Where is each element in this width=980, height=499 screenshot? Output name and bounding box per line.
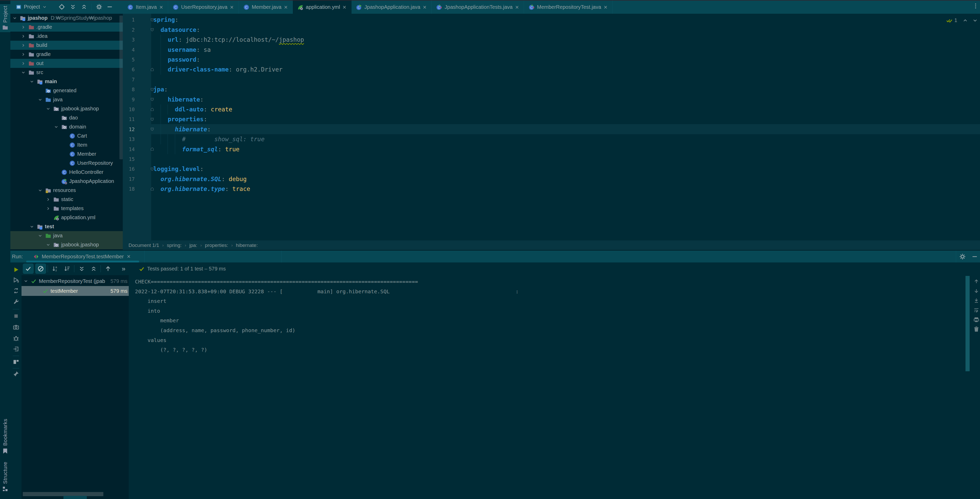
tree-item-static[interactable]: static	[10, 195, 123, 204]
fold-marker-start[interactable]	[150, 94, 155, 104]
locate-file-icon[interactable]	[59, 4, 65, 10]
tree-item-member[interactable]: CMember	[10, 150, 123, 159]
tree-chevron[interactable]	[23, 279, 29, 284]
test-node-memberrepositorytest-jpab[interactable]: MemberRepositoryTest (jpab579 ms	[22, 276, 129, 286]
scroll-to-end-icon[interactable]	[973, 297, 980, 304]
tree-chevron[interactable]	[29, 224, 35, 229]
show-ignored[interactable]	[35, 263, 46, 274]
console-scrollbar[interactable]	[966, 276, 970, 371]
tab-close[interactable]: ×	[343, 4, 346, 10]
tree-item-application-yml[interactable]: application.yml	[10, 213, 123, 222]
navigate-previous[interactable]	[103, 263, 113, 274]
tree-chevron[interactable]	[21, 70, 26, 75]
run-console[interactable]: CHECK===================================…	[129, 275, 980, 499]
tree-item-jpashop[interactable]: jpashopD:₩SpringStudy₩jpashop	[10, 13, 123, 22]
attach-debugger[interactable]	[13, 335, 20, 342]
tree-chevron[interactable]	[21, 43, 26, 48]
editor-tab-jpashopapplicationtests-java[interactable]: CJpashopApplicationTests.java×	[431, 0, 524, 14]
print-icon[interactable]	[973, 317, 980, 323]
tree-item-test[interactable]: test	[10, 222, 123, 231]
tree-item-generated[interactable]: generated	[10, 86, 123, 95]
clear-all-icon[interactable]	[973, 326, 980, 332]
fold-marker-end[interactable]	[150, 64, 155, 74]
rerun[interactable]	[13, 266, 20, 273]
prev-problem-icon[interactable]	[963, 18, 968, 23]
tree-item-jpabook-jpashop[interactable]: jpabook.jpashop	[10, 240, 123, 249]
tree-chevron[interactable]	[29, 79, 35, 84]
open-results[interactable]	[13, 345, 20, 352]
expand-all-icon[interactable]	[70, 4, 76, 10]
tree-item-java[interactable]: java	[10, 95, 123, 104]
inspections-widget[interactable]: 1	[946, 17, 978, 24]
collapse-all-icon[interactable]	[81, 4, 87, 10]
project-scrollbar[interactable]	[119, 16, 123, 159]
scroll-down-icon[interactable]	[973, 288, 980, 294]
fold-marker-end[interactable]	[150, 104, 155, 114]
editor-tab-application-yml[interactable]: application.yml×	[293, 0, 351, 14]
fold-marker-start[interactable]	[150, 114, 155, 124]
tree-item--idea[interactable]: .idea	[10, 32, 123, 41]
run-settings-icon[interactable]	[959, 253, 966, 260]
sort-alphabetically[interactable]: az	[50, 263, 60, 274]
tree-chevron[interactable]	[54, 124, 59, 129]
tree-chevron[interactable]	[46, 197, 51, 202]
breadcrumb-item[interactable]: properties:	[205, 242, 228, 248]
tab-close[interactable]: ×	[159, 4, 163, 10]
tree-item-main[interactable]: main	[10, 77, 123, 86]
tab-close[interactable]: ×	[515, 4, 519, 10]
hide-run-panel-icon[interactable]	[972, 253, 978, 260]
collapse-all-tests[interactable]	[88, 263, 99, 274]
tree-item-build[interactable]: build	[10, 41, 123, 50]
tree-item-jpashopapplication[interactable]: CJpashopApplication	[10, 177, 123, 186]
hide-panel-icon[interactable]	[107, 4, 113, 10]
tree-chevron[interactable]	[12, 16, 18, 21]
tree-chevron[interactable]	[46, 242, 51, 247]
stripe-button-project[interactable]: Project	[0, 4, 10, 32]
more-actions[interactable]: »	[118, 263, 129, 274]
rerun-failed-tests[interactable]: 9	[13, 276, 20, 284]
stripe-button-structure[interactable]: Structure	[0, 462, 10, 495]
tree-item-userrepository[interactable]: CUserRepository	[10, 159, 123, 167]
tree-item-gradle[interactable]: gradle	[10, 50, 123, 59]
tab-close[interactable]: ×	[423, 4, 426, 10]
show-passed[interactable]	[23, 263, 34, 274]
run-tab-close[interactable]: ×	[127, 253, 130, 260]
tree-item-src[interactable]: src	[10, 68, 123, 77]
tree-item-hellocontroller[interactable]: CHelloController	[10, 167, 123, 177]
tree-chevron[interactable]	[46, 106, 51, 112]
thread-dump[interactable]	[13, 324, 20, 331]
editor-tab-item-java[interactable]: CItem.java×	[123, 0, 168, 14]
tree-item-cart[interactable]: CCart	[10, 131, 123, 140]
project-settings-icon[interactable]	[96, 4, 102, 10]
tree-chevron[interactable]	[38, 233, 43, 238]
stop[interactable]	[13, 312, 20, 320]
test-settings[interactable]	[13, 298, 20, 306]
tree-item-domain[interactable]: domain	[10, 122, 123, 131]
tree-item-jpabook-jpashop[interactable]: jpabook.jpashop	[10, 104, 123, 113]
editor-tab-memberrepositorytest-java[interactable]: CMemberRepositoryTest.java×	[524, 0, 612, 14]
toggle-auto-test[interactable]	[13, 287, 20, 294]
breadcrumb-item[interactable]: spring:	[167, 242, 181, 248]
editor-tab-userrepository-java[interactable]: CUserRepository.java×	[168, 0, 239, 14]
expand-all-tests[interactable]	[76, 263, 87, 274]
tree-chevron[interactable]	[38, 188, 43, 193]
tree-item-resources[interactable]: resources	[10, 186, 123, 195]
project-view-chevron-icon[interactable]	[42, 5, 47, 10]
breadcrumb-item[interactable]: hibernate:	[236, 242, 258, 248]
tree-chevron[interactable]	[21, 52, 26, 57]
soft-wrap-icon[interactable]	[973, 307, 980, 313]
tree-item--gradle[interactable]: .gradle	[10, 22, 123, 32]
pin-tab[interactable]	[13, 370, 20, 378]
tree-chevron[interactable]	[21, 25, 26, 30]
editor-tab-member-java[interactable]: CMember.java×	[239, 0, 293, 14]
tree-chevron[interactable]	[38, 97, 43, 102]
tree-chevron[interactable]	[21, 61, 26, 66]
sort-by-duration[interactable]	[62, 263, 73, 274]
layout-settings[interactable]	[13, 358, 20, 365]
tree-item-java[interactable]: java	[10, 231, 123, 240]
tree-chevron[interactable]	[21, 33, 26, 39]
stripe-button-bookmarks[interactable]: Bookmarks	[0, 419, 10, 455]
scroll-up-icon[interactable]	[973, 278, 980, 284]
breadcrumb-item[interactable]: Document 1/1	[129, 242, 159, 248]
tree-item-templates[interactable]: templates	[10, 204, 123, 213]
